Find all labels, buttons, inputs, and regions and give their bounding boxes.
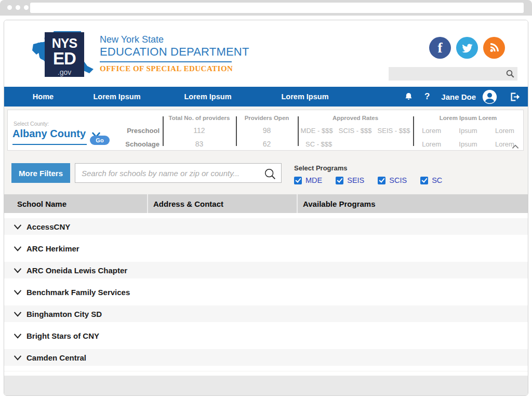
checkbox-checked-icon[interactable]: [336, 177, 343, 184]
nav-item-2[interactable]: Lorem Ipsum: [184, 87, 231, 107]
table-row[interactable]: Binghamton City SD: [4, 305, 528, 322]
brand-line-1: New York State: [100, 34, 249, 45]
table-row[interactable]: Camden Central: [4, 349, 528, 366]
program-label: SC: [432, 176, 442, 184]
nysed-logo-box: NYS ED .gov: [45, 32, 84, 77]
nav-item-1[interactable]: Lorem Ipsum: [93, 87, 140, 107]
lorem-cell: Lorem: [422, 140, 441, 148]
expand-chevron-icon[interactable]: [14, 224, 22, 230]
school-name: ARC Herkimer: [26, 244, 79, 253]
nysed-logo[interactable]: NYS ED .gov: [30, 29, 96, 81]
rate-sc: SC - $$$: [305, 140, 332, 148]
header-search-box: [389, 67, 517, 81]
school-search-input[interactable]: [82, 164, 258, 182]
rate-seis: SEIS - $$$: [378, 127, 410, 135]
rss-icon[interactable]: [483, 37, 505, 59]
browser-chrome: [0, 0, 532, 16]
stat-col-approved-rates: Approved Rates MDE - $$$ SCIS - $$$ SEIS…: [298, 110, 413, 150]
school-name: Benchmark Family Services: [26, 288, 130, 297]
stat-col-lorem: Lorem Ipsum Lorem Lorem Ipsum Lorem Lore…: [413, 110, 523, 150]
table-row[interactable]: ARC Herkimer: [4, 240, 528, 257]
column-header-address-contact[interactable]: Address & Contact: [147, 194, 297, 213]
expand-chevron-icon[interactable]: [14, 268, 22, 273]
twitter-icon[interactable]: [456, 37, 478, 59]
school-name: Binghamton City SD: [26, 310, 102, 318]
stat-header-lorem: Lorem Ipsum Lorem: [413, 115, 523, 121]
more-filters-button[interactable]: More Filters: [11, 163, 70, 183]
program-label: MDE: [305, 176, 322, 184]
filter-bar: More Filters Select Programs MDE: [7, 163, 524, 184]
notification-bell-icon[interactable]: [404, 92, 413, 101]
lorem-cell: Lorem: [422, 127, 441, 135]
lorem-cell: Lorem: [495, 127, 514, 135]
page-window: NYS ED .gov New York State EDUCATION DEP…: [4, 20, 528, 396]
table-row[interactable]: Benchmark Family Services: [4, 284, 528, 300]
main-content: Select County: Albany County Go Preschoo…: [4, 107, 528, 395]
navbar-right-cluster: ? Jane Doe: [404, 87, 521, 107]
checkbox-checked-icon[interactable]: [378, 177, 385, 184]
brand-text: New York State EDUCATION DEPARTMENT OFFI…: [100, 34, 249, 73]
search-icon[interactable]: [506, 69, 515, 78]
stat-value-preschool-total: 112: [163, 126, 236, 135]
stat-header-open: Providers Open: [236, 115, 298, 121]
table-header-row: School Name Address & Contact Available …: [4, 194, 528, 213]
table-row[interactable]: Bright Stars of CNY: [4, 327, 528, 344]
expand-chevron-icon[interactable]: [14, 355, 22, 361]
row-label-schoolage: Schoolage: [123, 140, 163, 148]
expand-chevron-icon[interactable]: [14, 311, 22, 317]
user-avatar-icon[interactable]: [482, 89, 497, 104]
stat-header-rates: Approved Rates: [298, 115, 413, 121]
program-checkbox-seis[interactable]: SEIS: [336, 176, 364, 184]
program-checkbox-mde[interactable]: MDE: [294, 176, 322, 184]
address-bar[interactable]: [30, 3, 524, 13]
stat-col-total-providers: Total No. of providers 112 83: [163, 110, 236, 150]
row-label-preschool: Preschool: [123, 127, 163, 135]
stat-value-schoolage-total: 83: [163, 140, 236, 148]
school-name: AccessCNY: [26, 222, 70, 231]
collapse-panel-icon[interactable]: [512, 144, 519, 149]
nav-item-home[interactable]: Home: [33, 87, 54, 107]
user-name[interactable]: Jane Doe: [441, 92, 476, 101]
window-dot[interactable]: [16, 5, 20, 10]
school-search-box: [75, 163, 282, 183]
checkbox-checked-icon[interactable]: [420, 177, 428, 184]
logo-text-gov: .gov: [45, 69, 84, 76]
help-icon[interactable]: ?: [424, 91, 430, 102]
stat-value-preschool-open: 98: [236, 126, 298, 135]
window-dot[interactable]: [7, 5, 12, 10]
site-header: NYS ED .gov New York State EDUCATION DEP…: [4, 20, 528, 87]
go-button[interactable]: Go: [90, 136, 110, 145]
lorem-cell: Ipsum: [459, 127, 477, 135]
column-header-available-programs[interactable]: Available Programs: [297, 194, 528, 213]
program-checkbox-scis[interactable]: SCIS: [378, 176, 407, 184]
expand-chevron-icon[interactable]: [14, 333, 22, 339]
logout-icon[interactable]: [510, 92, 521, 102]
school-name: Bright Stars of CNY: [26, 331, 99, 340]
nav-item-3[interactable]: Lorem Ipsum: [281, 87, 328, 107]
facebook-icon[interactable]: f: [429, 37, 451, 59]
stat-col-providers-open: Providers Open 98 62: [236, 110, 298, 150]
program-checkbox-sc[interactable]: SC: [420, 176, 442, 184]
expand-chevron-icon[interactable]: [14, 289, 22, 295]
logo-text-ed: ED: [45, 50, 84, 67]
lorem-cell: Ipsum: [459, 140, 477, 148]
school-list: AccessCNY ARC Herkimer ARC Oneida Lewis …: [4, 213, 528, 371]
stat-header-total: Total No. of providers: [163, 115, 236, 121]
table-row[interactable]: AccessCNY: [4, 218, 528, 235]
expand-chevron-icon[interactable]: [14, 246, 22, 251]
checkbox-checked-icon[interactable]: [294, 177, 302, 184]
social-links: f: [429, 37, 505, 59]
header-search-input[interactable]: [392, 67, 501, 81]
county-selector-block: Select County: Albany County Go: [8, 110, 123, 150]
search-icon[interactable]: [263, 167, 277, 181]
select-programs-group: Select Programs MDE SEIS SCIS: [294, 164, 442, 184]
county-dropdown[interactable]: Albany County: [12, 128, 87, 145]
column-header-school-name[interactable]: School Name: [4, 200, 147, 208]
program-label: SEIS: [347, 176, 364, 184]
window-dot[interactable]: [24, 5, 29, 10]
select-programs-label: Select Programs: [294, 164, 442, 172]
stat-row-labels: Preschool Schoolage: [123, 110, 163, 150]
brand-line-3: OFFICE OF SPECIAL EDUCATION: [100, 64, 249, 73]
table-row[interactable]: ARC Oneida Lewis Chapter: [4, 262, 528, 278]
window-control-dots[interactable]: [7, 5, 29, 10]
